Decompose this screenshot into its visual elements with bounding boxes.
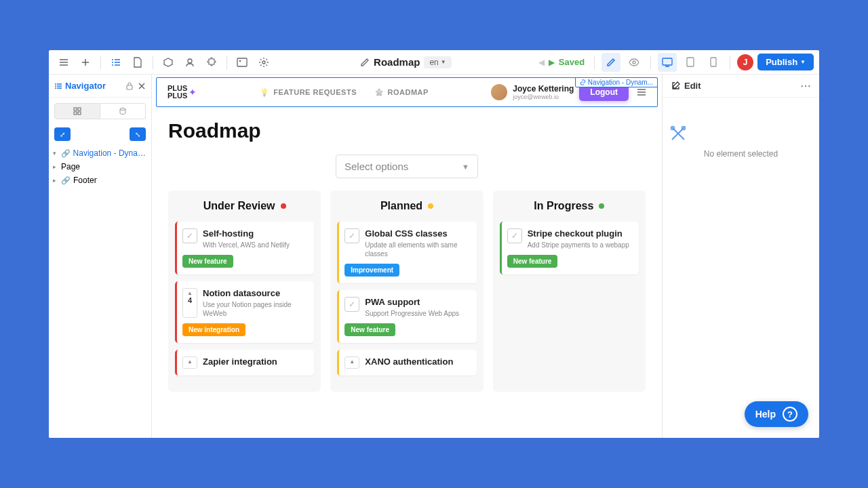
edit-icon — [671, 81, 680, 91]
edit-panel-title: Edit — [684, 81, 796, 91]
vote-box[interactable]: ▲ — [344, 357, 359, 369]
data-tab[interactable] — [100, 103, 146, 119]
vote-box[interactable]: ▲4 — [182, 288, 197, 318]
card-desc: Support Progressive Web Apps — [365, 309, 469, 318]
kanban-column: In Progress✓Stripe checkout pluginAdd St… — [493, 190, 646, 392]
hamburger-icon[interactable] — [54, 53, 73, 72]
add-icon[interactable] — [76, 53, 95, 72]
publish-button[interactable]: Publish▼ — [757, 54, 814, 70]
check-icon[interactable]: ✓ — [507, 228, 522, 243]
top-toolbar: Roadmap en▼ ◀ ▶ Saved J Publish▼ — [49, 50, 819, 75]
user-avatar[interactable]: J — [737, 54, 753, 70]
image-icon[interactable] — [233, 53, 252, 72]
column-title: Planned — [380, 200, 422, 212]
card-desc: Add Stripe payments to a webapp — [528, 241, 632, 249]
desktop-icon[interactable] — [658, 53, 677, 72]
chevron-down-icon: ▼ — [462, 163, 469, 171]
status-dot — [599, 203, 604, 209]
svg-rect-8 — [663, 58, 672, 65]
tree-item[interactable]: ▸🔗Footer — [49, 174, 151, 187]
card-title: Stripe checkout plugin — [528, 228, 632, 239]
preview-mode-icon[interactable] — [625, 53, 644, 72]
canvas-area: Navigation - Dynam... PLUS PLUS ✦ 💡FEATU… — [152, 75, 662, 438]
next-icon[interactable]: ▶ — [549, 58, 555, 67]
svg-rect-4 — [237, 58, 247, 66]
card-title: Self-hosting — [203, 228, 307, 239]
kanban-column: Planned✓Global CSS classesUpdate all ele… — [330, 190, 483, 392]
kanban-card[interactable]: ✓Self-hostingWith Vercel, AWS and Netlif… — [175, 222, 314, 274]
avatar — [491, 84, 507, 100]
layout-tab[interactable] — [54, 103, 100, 119]
svg-point-11 — [55, 83, 56, 85]
edit-panel: Edit ⋯ No element selected — [662, 75, 819, 438]
card-tag: New feature — [344, 323, 395, 336]
svg-rect-14 — [127, 85, 132, 89]
expand-icon[interactable]: ⤢ — [54, 127, 71, 141]
check-icon[interactable]: ✓ — [344, 228, 359, 243]
list-icon[interactable] — [106, 53, 125, 72]
page-icon[interactable] — [128, 53, 147, 72]
site-nav-item[interactable]: 💡FEATURE REQUESTS — [260, 88, 357, 97]
save-status: Saved — [559, 57, 585, 67]
svg-rect-17 — [74, 112, 77, 115]
more-icon[interactable]: ⋯ — [800, 79, 811, 92]
card-tag: Improvement — [344, 264, 399, 277]
prev-icon[interactable]: ◀ — [538, 58, 545, 67]
status-dot — [428, 203, 433, 209]
column-title: In Progress — [534, 200, 593, 212]
kanban-card[interactable]: ▲4Notion datasourceUse your Notion pages… — [175, 281, 314, 343]
card-title: Global CSS classes — [365, 228, 469, 239]
lock-icon[interactable] — [125, 81, 134, 90]
options-select[interactable]: Select options ▼ — [336, 155, 478, 178]
svg-rect-9 — [687, 58, 694, 66]
close-icon[interactable] — [138, 82, 146, 90]
kanban-card[interactable]: ✓PWA supportSupport Progressive Web Apps… — [337, 290, 476, 343]
card-title: XANO authentication — [365, 357, 469, 367]
selection-label: Navigation - Dynam... — [575, 77, 658, 87]
edit-mode-icon[interactable] — [601, 53, 620, 72]
puzzle-icon[interactable] — [202, 53, 221, 72]
svg-rect-10 — [711, 58, 716, 66]
svg-point-7 — [633, 61, 635, 64]
card-desc: With Vercel, AWS and Netlify — [203, 241, 307, 249]
card-title: Notion datasource — [203, 288, 307, 298]
kanban-card[interactable]: ▲Zapier integration — [175, 350, 314, 375]
svg-rect-18 — [78, 112, 81, 115]
svg-point-5 — [239, 60, 241, 62]
help-button[interactable]: Help ? — [745, 401, 808, 427]
collapse-icon[interactable]: ⤡ — [130, 127, 146, 141]
tree-item[interactable]: ▾🔗Navigation - Dynam... — [49, 146, 151, 160]
tablet-icon[interactable] — [681, 53, 700, 72]
kanban-card[interactable]: ✓Global CSS classesUpdate all elements w… — [337, 222, 476, 283]
gear-icon[interactable] — [254, 53, 273, 72]
svg-rect-16 — [78, 108, 81, 110]
card-desc: Use your Notion pages inside WeWeb — [203, 300, 307, 318]
kanban-card[interactable]: ✓Stripe checkout pluginAdd Stripe paymen… — [500, 222, 639, 274]
kanban-column: Under Review✓Self-hostingWith Vercel, AW… — [168, 190, 321, 392]
language-selector[interactable]: en▼ — [424, 56, 451, 68]
svg-point-1 — [112, 62, 113, 63]
svg-point-2 — [112, 64, 113, 66]
svg-point-0 — [112, 59, 113, 60]
check-icon[interactable]: ✓ — [344, 297, 359, 312]
card-title: PWA support — [365, 297, 469, 307]
crossed-tools-icon — [669, 125, 812, 142]
svg-point-3 — [188, 59, 192, 63]
svg-point-12 — [55, 85, 56, 87]
box-icon[interactable] — [159, 53, 178, 72]
tree-item[interactable]: ▸Page — [49, 160, 151, 174]
vote-box[interactable]: ▲ — [182, 357, 197, 369]
mobile-icon[interactable] — [704, 53, 723, 72]
site-header[interactable]: Navigation - Dynam... PLUS PLUS ✦ 💡FEATU… — [156, 77, 658, 107]
card-tag: New feature — [182, 255, 233, 268]
card-tag: New feature — [507, 255, 558, 268]
card-tag: New integration — [182, 323, 245, 336]
navigator-panel: Navigator ⤢ ⤡ ▾🔗Navigation - Dynam...▸Pa… — [49, 75, 152, 438]
user-icon[interactable] — [180, 53, 199, 72]
navigator-tree: ▾🔗Navigation - Dynam...▸Page▸🔗Footer — [49, 144, 151, 190]
card-title: Zapier integration — [203, 357, 307, 367]
check-icon[interactable]: ✓ — [182, 228, 197, 243]
kanban-card[interactable]: ▲XANO authentication — [337, 350, 476, 375]
menu-icon[interactable] — [637, 88, 646, 96]
site-nav-item[interactable]: 🛣ROADMAP — [376, 88, 429, 97]
